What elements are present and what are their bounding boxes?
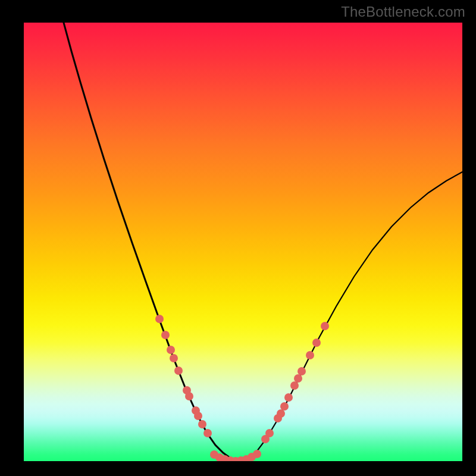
data-point [167,346,175,354]
plot-area [24,23,462,461]
data-point [198,420,206,428]
data-point [280,402,289,411]
curve-right [239,172,462,461]
curve-group [64,23,462,461]
data-point [170,354,178,362]
data-point [185,392,193,400]
curve-left [64,23,239,461]
data-point [312,339,321,347]
data-point [194,412,202,420]
data-point [321,322,329,330]
data-point [161,331,170,339]
chart-container: TheBottleneck.com [0,0,476,476]
chart-overlay [24,23,462,461]
data-point [284,393,293,402]
data-point [174,367,183,375]
data-point [155,315,164,323]
data-point [203,429,212,437]
data-point [290,381,299,390]
data-point [265,429,274,437]
points-group [155,315,329,461]
data-point [294,374,302,383]
data-point [306,351,314,359]
watermark-text: TheBottleneck.com [341,4,465,20]
data-point [277,409,285,418]
data-point [298,367,306,375]
data-point [253,450,261,458]
